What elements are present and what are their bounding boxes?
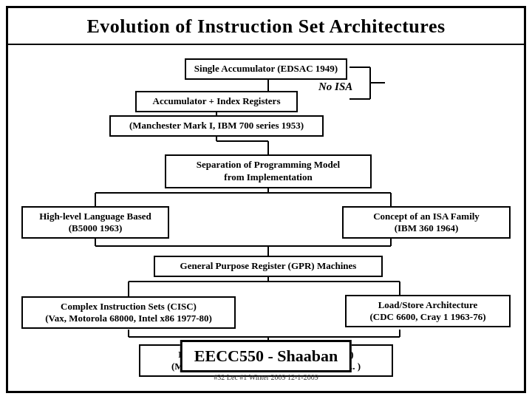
footer-label: EECC550 - Shaaban [194, 347, 338, 365]
loadstore-line2: (CDC 6600, Cray 1 1963-76) [347, 311, 509, 326]
diagram-content: Single Accumulator (EDSAC 1949) Accumula… [8, 45, 524, 387]
concept-line2: (IBM 360 1964) [344, 222, 509, 237]
footer-small: #32 Lec #1 Winter 2009 12-1-2009 [214, 373, 318, 381]
acc-index-box: Accumulator + Index Registers [135, 91, 298, 112]
loadstore-box: Load/Store Architecture (CDC 6600, Cray … [345, 295, 511, 327]
page-title: Evolution of Instruction Set Architectur… [8, 8, 524, 45]
highlevel-box: High-level Language Based (B5000 1963) [21, 206, 169, 239]
cisc-line2: (Vax, Motorola 68000, Intel x86 1977-80) [23, 313, 234, 327]
separation-box: Separation of Programming Model from Imp… [165, 154, 372, 188]
manchester-box: (Manchester Mark I, IBM 700 series 1953) [109, 115, 324, 137]
acc-index-label: Accumulator + Index Registers [153, 95, 281, 106]
single-acc-label: Single Accumulator (EDSAC 1949) [194, 63, 338, 74]
concept-box: Concept of an ISA Family (IBM 360 1964) [342, 206, 511, 239]
cisc-box: Complex Instruction Sets (CISC) (Vax, Mo… [21, 296, 236, 329]
gpr-label: General Purpose Register (GPR) Machines [180, 260, 357, 271]
main-container: Evolution of Instruction Set Architectur… [6, 6, 526, 393]
single-accumulator-box: Single Accumulator (EDSAC 1949) [185, 58, 347, 80]
separation-line1: Separation of Programming Model [197, 159, 340, 170]
concept-line1: Concept of an ISA Family [344, 208, 509, 222]
manchester-label: (Manchester Mark I, IBM 700 series 1953) [129, 120, 304, 131]
gpr-box: General Purpose Register (GPR) Machines [154, 256, 383, 277]
highlevel-line2: (B5000 1963) [23, 222, 168, 237]
separation-line2: from Implementation [224, 171, 312, 183]
cisc-line1: Complex Instruction Sets (CISC) [23, 298, 234, 313]
highlevel-line1: High-level Language Based [23, 208, 168, 222]
footer-box: EECC550 - Shaaban [180, 340, 352, 372]
loadstore-line1: Load/Store Architecture [347, 296, 509, 311]
no-isa-label: No ISA [318, 81, 352, 93]
